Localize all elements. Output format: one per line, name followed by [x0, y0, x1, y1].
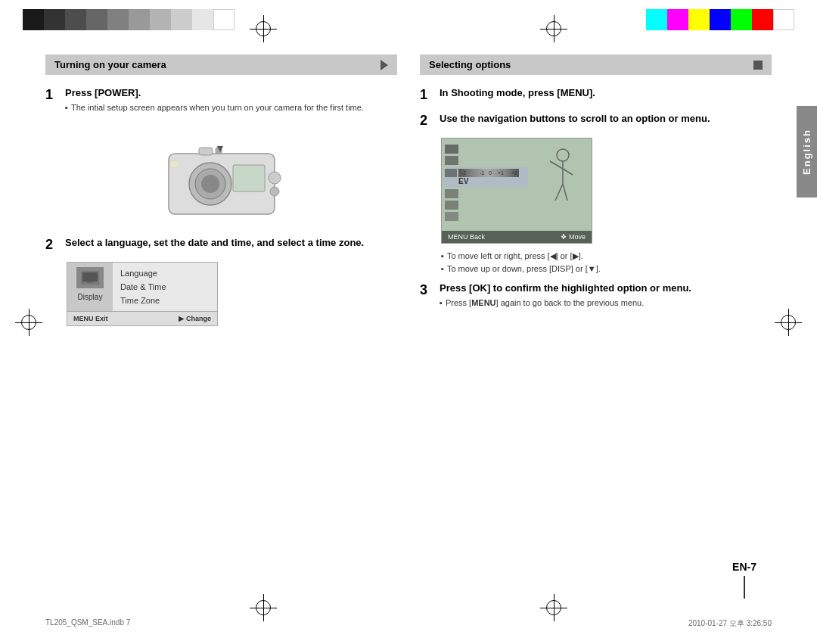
camera-illustration-container [45, 123, 397, 225]
svg-rect-15 [445, 156, 458, 165]
settings-sidebar-label: Display [78, 293, 103, 301]
svg-rect-19 [445, 212, 458, 221]
right-step-desc-3: Press [MENU] again to go back to the pre… [440, 297, 772, 310]
svg-line-24 [555, 184, 563, 201]
settings-footer: MENU Exit ▶ Change [67, 311, 217, 325]
right-section-header: Selecting options [420, 54, 772, 75]
camera-footer: MENU Back ❖ Move [442, 231, 592, 243]
camera-footer-move: ❖ Move [561, 233, 586, 241]
svg-rect-18 [445, 201, 458, 210]
bullet-left-right: To move left or right, press [◀] or [▶].… [441, 250, 772, 275]
color-block-white [213, 9, 235, 30]
top-color-bar [0, 0, 817, 39]
color-block-dark2 [65, 9, 86, 30]
step-title-2: Select a language, set the date and time… [65, 237, 397, 248]
camera-screen-container: -2 -1 0 +1 +2 EV [441, 138, 772, 244]
settings-items: Language Date & Time Time Zone [113, 263, 217, 311]
left-section-header: Turning on your camera [45, 54, 397, 75]
registration-mark-mid-left [15, 309, 42, 336]
settings-sidebar: Display [67, 263, 113, 311]
left-column: Turning on your camera 1 Press [POWER]. … [45, 54, 397, 599]
registration-mark-top-left [250, 15, 277, 42]
right-step-1: 1 In Shooting mode, press [MENU]. [420, 87, 772, 104]
svg-point-7 [269, 172, 281, 184]
change-label: ▶ Change [179, 315, 211, 322]
step-number-1: 1 [45, 87, 59, 104]
svg-line-23 [563, 169, 573, 175]
svg-line-25 [563, 184, 567, 201]
svg-point-8 [270, 187, 279, 196]
color-block-magenta [667, 9, 688, 30]
color-block-dark1 [44, 9, 65, 30]
right-bullets: To move left or right, press [◀] or [▶].… [441, 250, 772, 275]
svg-rect-4 [233, 165, 265, 191]
color-block-cyan [646, 9, 667, 30]
color-block-yellow [688, 9, 710, 30]
registration-mark-mid-right [775, 309, 802, 336]
settings-item-datetime: Date & Time [120, 282, 210, 291]
color-block-dark7 [171, 9, 192, 30]
camera-footer-back: MENU Back [448, 233, 485, 241]
camera-screen: -2 -1 0 +1 +2 EV [441, 138, 592, 244]
step-title-1: Press [POWER]. [65, 87, 397, 98]
right-step-content-2: Use the navigation buttons to scroll to … [440, 113, 772, 127]
right-step-content-3: Press [OK] to confirm the highlighted op… [440, 282, 772, 310]
right-step-2: 2 Use the navigation buttons to scroll t… [420, 113, 772, 129]
color-block-red [752, 9, 773, 30]
menu-exit-label: MENU Exit [73, 315, 108, 322]
settings-menu-inner: Display Language Date & Time Time Zone [67, 263, 217, 311]
step-number-2: 2 [45, 237, 59, 254]
svg-point-3 [201, 175, 219, 193]
svg-line-22 [550, 161, 563, 169]
page-number-bar [744, 576, 745, 599]
right-step-content-1: In Shooting mode, press [MENU]. [440, 87, 772, 101]
left-section-title: Turning on your camera [54, 59, 166, 70]
color-strip [646, 9, 794, 30]
color-block-dark8 [192, 9, 213, 30]
language-tab: English [797, 106, 817, 198]
right-step-3: 3 Press [OK] to confirm the highlighted … [420, 282, 772, 310]
svg-rect-17 [445, 189, 458, 198]
columns: Turning on your camera 1 Press [POWER]. … [45, 54, 772, 599]
registration-mark-top-right [540, 15, 567, 42]
page-number: EN-7 [732, 561, 756, 599]
step-bullet-1: The intial setup screen appears when you… [65, 101, 397, 114]
right-step-title-1: In Shooting mode, press [MENU]. [440, 87, 772, 98]
color-block-dark4 [107, 9, 129, 30]
color-block-dark5 [129, 9, 150, 30]
right-step-title-3: Press [OK] to confirm the highlighted op… [440, 282, 772, 294]
svg-rect-16 [445, 169, 457, 177]
footer-left: TL205_QSM_SEA.indb 7 [45, 618, 130, 629]
color-block-green [731, 9, 752, 30]
settings-item-timezone: Time Zone [120, 296, 210, 305]
camera-screen-inner: -2 -1 0 +1 +2 EV [442, 138, 592, 243]
step-content-2: Select a language, set the date and time… [65, 237, 397, 251]
step-content-1: Press [POWER]. The intial setup screen a… [65, 87, 397, 114]
color-block-dark6 [150, 9, 171, 30]
settings-item-language: Language [120, 269, 210, 278]
ev-label: EV [458, 177, 468, 185]
camera-illustration [154, 123, 290, 222]
step-desc-1: The intial setup screen appears when you… [65, 101, 397, 114]
ev-icons: -2 -1 0 +1 +2 EV [445, 145, 528, 221]
color-block-dark3 [86, 9, 107, 30]
play-icon [381, 60, 388, 70]
color-block-blue [710, 9, 731, 30]
right-step-number-2: 2 [420, 113, 433, 129]
right-step-title-2: Use the navigation buttons to scroll to … [440, 113, 772, 124]
footer-right: 2010-01-27 오후 3:26:50 [688, 618, 772, 629]
stop-icon [753, 61, 763, 70]
svg-rect-10 [170, 161, 179, 167]
page-footer: TL205_QSM_SEA.indb 7 2010-01-27 오후 3:26:… [45, 618, 772, 629]
settings-sidebar-icon [76, 267, 104, 288]
svg-point-20 [557, 149, 569, 161]
main-content: Turning on your camera 1 Press [POWER]. … [45, 54, 772, 599]
right-column: Selecting options 1 In Shooting mode, pr… [420, 54, 772, 599]
page-number-text: EN-7 [732, 561, 756, 573]
right-step-number-1: 1 [420, 87, 433, 104]
svg-rect-12 [82, 272, 98, 282]
left-step-1: 1 Press [POWER]. The intial setup screen… [45, 87, 397, 114]
settings-menu-container: Display Language Date & Time Time Zone M… [67, 262, 397, 326]
svg-rect-13 [87, 282, 93, 283]
right-section-title: Selecting options [429, 59, 511, 70]
